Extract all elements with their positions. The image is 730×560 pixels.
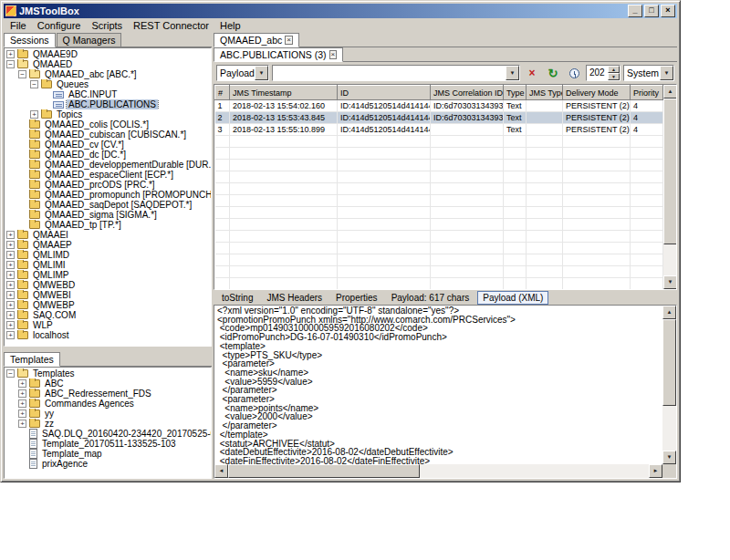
detail-tab-tostring[interactable]: toString	[216, 291, 258, 305]
session-item-qmwebd[interactable]: +QMWEBD	[5, 280, 211, 290]
template-item-yy[interactable]: +yy	[5, 409, 211, 419]
session-item-qmlimi[interactable]: +QMLIMI	[5, 260, 211, 270]
session-item-qmaaed-espaceclient-ecp[interactable]: QMAAED_espaceClient [ECP.*]	[5, 170, 211, 180]
session-item-qmaaed-cv-cv[interactable]: QMAAED_cv [CV.*]	[5, 140, 211, 150]
tab-templates[interactable]: Templates	[4, 352, 60, 367]
chevron-down-icon[interactable]: ▼	[660, 66, 673, 80]
detail-tab-payload-xml[interactable]: Payload (XML)	[477, 291, 548, 305]
spinner-down-button[interactable]: ▼	[608, 73, 620, 80]
auto-refresh-button[interactable]	[565, 64, 583, 82]
template-item-saq-dlq-20160420-234420-20170525-081100-[interactable]: SAQ.DLQ_20160420-234420_20170525-081100-…	[5, 429, 211, 439]
scroll-right-icon[interactable]: ►	[649, 464, 662, 478]
scroll-up-icon[interactable]: ▲	[663, 85, 677, 99]
collapse-icon[interactable]: −	[18, 70, 26, 78]
clear-search-button[interactable]: ×	[523, 64, 541, 82]
expand-icon[interactable]: +	[18, 399, 26, 408]
max-messages-spinner[interactable]: 202 ▲ ▼	[586, 65, 620, 81]
expand-icon[interactable]: +	[6, 50, 15, 58]
column-header-priority[interactable]: Priority	[631, 86, 663, 100]
session-item-qmlimp[interactable]: +QMLIMP	[5, 270, 211, 280]
session-item-qmwebp[interactable]: +QMWEBP	[5, 300, 211, 310]
expand-icon[interactable]: +	[6, 311, 15, 319]
payload-type-select[interactable]: Payload ▼	[216, 65, 269, 81]
expand-icon[interactable]: +	[6, 241, 15, 249]
scroll-left-icon[interactable]: ◄	[214, 464, 228, 478]
search-input[interactable]	[273, 67, 506, 79]
menu-item-file[interactable]: File	[5, 19, 32, 32]
xml-vertical-scrollbar[interactable]: ▲ ▼	[662, 306, 676, 464]
search-combobox[interactable]: ▼	[272, 65, 520, 81]
session-item-qmaaed-promopunch-promopunch[interactable]: QMAAED_promopunch [PROMOPUNCH.*]	[5, 190, 211, 200]
session-item-saq-com[interactable]: +SAQ.COM	[5, 310, 211, 320]
column-header-jms-timestamp[interactable]: JMS Timestamp	[230, 86, 338, 100]
payload-xml-text[interactable]: <?xml version="1.0" encoding="UTF-8" sta…	[214, 306, 662, 464]
maximize-button[interactable]: □	[644, 5, 659, 17]
session-item-qmaae9d[interactable]: +QMAAE9D	[5, 49, 211, 59]
session-item-qmaaed-cubiscan-cubiscan[interactable]: QMAAED_cubiscan [CUBISCAN.*]	[5, 130, 211, 140]
session-item-qmaaed-developpementdurable-dur[interactable]: QMAAED_developpementDurable [DUR.*]	[5, 160, 211, 170]
scrollbar-thumb[interactable]	[663, 99, 677, 244]
expand-icon[interactable]: +	[6, 331, 15, 339]
column-header-delivery-mode[interactable]: Delivery Mode	[563, 86, 631, 100]
titlebar[interactable]: JMSToolBox _ □ ×	[4, 4, 677, 18]
menu-item-scripts[interactable]: Scripts	[86, 19, 128, 32]
tab-abc-publications[interactable]: ABC.PUBLICATIONS (3) ×	[214, 47, 343, 62]
template-item-abc-redressement-fds[interactable]: +ABC_Redressement_FDS	[5, 389, 211, 399]
collapse-icon[interactable]: −	[6, 60, 15, 68]
expand-icon[interactable]: +	[6, 261, 15, 269]
session-item-qmaaed-prcods-prc[interactable]: QMAAED_prcODS [PRC.*]	[5, 180, 211, 190]
chevron-down-icon[interactable]: ▼	[506, 66, 519, 80]
collapse-icon[interactable]: −	[6, 369, 15, 378]
detail-tab-payload-617-chars[interactable]: Payload: 617 chars	[386, 291, 475, 305]
expand-icon[interactable]: +	[6, 231, 15, 239]
template-item-template-map[interactable]: Template_map	[5, 449, 211, 459]
session-item-localhost[interactable]: +localhost	[5, 330, 211, 340]
menu-item-help[interactable]: Help	[214, 19, 246, 32]
session-item-qmaaed-sigma-sigma[interactable]: QMAAED_sigma [SIGMA.*]	[5, 210, 211, 220]
collapse-icon[interactable]: −	[30, 80, 38, 88]
session-item-qmwebi[interactable]: +QMWEBI	[5, 290, 211, 300]
session-item-qmaaep[interactable]: +QMAAEP	[5, 240, 211, 250]
message-row-2[interactable]: 22018-02-13 15:53:43.845ID:414d5120514d4…	[215, 112, 663, 124]
chevron-down-icon[interactable]: ▼	[255, 66, 268, 80]
session-item-qmaaed-abc-abc[interactable]: −QMAAED_abc [ABC.*]	[5, 69, 211, 79]
expand-icon[interactable]: +	[6, 271, 15, 279]
session-item-qmaaed-saqdepot-saqdepot[interactable]: QMAAED_saqDepot [SAQDEPOT.*]	[5, 200, 211, 210]
minimize-button[interactable]: _	[628, 5, 642, 17]
expand-icon[interactable]: +	[18, 389, 26, 398]
detail-tab-properties[interactable]: Properties	[330, 291, 383, 305]
expand-icon[interactable]: +	[6, 281, 15, 289]
tab-sessions[interactable]: Sessions	[4, 33, 56, 47]
tab-q-managers[interactable]: Q Managers	[57, 33, 122, 47]
session-item-abc-input[interactable]: ABC.INPUT	[5, 89, 211, 99]
menu-item-configure[interactable]: Configure	[32, 19, 87, 32]
session-item-qmlimd[interactable]: +QMLIMD	[5, 250, 211, 260]
close-tab-icon[interactable]: ×	[285, 36, 293, 45]
message-row-3[interactable]: 32018-02-13 15:55:10.899ID:414d5120514d4…	[215, 124, 663, 136]
spinner-up-button[interactable]: ▲	[608, 66, 620, 73]
session-item-abc-publications[interactable]: ABC.PUBLICATIONS	[5, 99, 211, 109]
scrollbar-thumb[interactable]	[228, 464, 420, 478]
column-header-type[interactable]: Type	[504, 86, 527, 100]
template-item-commandes-agences[interactable]: +Commandes Agences	[5, 399, 211, 409]
template-item-template-20170511-133525-103[interactable]: Template_20170511-133525-103	[5, 439, 211, 449]
template-item-zz[interactable]: +zz	[5, 419, 211, 429]
session-item-qmaaed-tp-tp[interactable]: QMAAED_tp [TP.*]	[5, 220, 211, 230]
expand-icon[interactable]: +	[6, 301, 15, 309]
expand-icon[interactable]: +	[18, 379, 26, 388]
expand-icon[interactable]: +	[18, 420, 26, 428]
tab-qmaaed-abc[interactable]: QMAAED_abc ×	[214, 33, 299, 47]
session-item-topics[interactable]: +Topics	[5, 109, 211, 119]
detail-tab-jms-headers[interactable]: JMS Headers	[261, 291, 328, 305]
session-item-qmaaed-dc-dc[interactable]: QMAAED_dc [DC.*]	[5, 150, 211, 160]
close-button[interactable]: ×	[661, 5, 675, 17]
xml-horizontal-scrollbar[interactable]: ◄ ►	[214, 464, 662, 478]
session-item-qmaaed[interactable]: −QMAAED	[5, 59, 211, 69]
expand-icon[interactable]: +	[6, 251, 15, 259]
close-tab-icon[interactable]: ×	[329, 50, 338, 59]
scroll-down-icon[interactable]: ▼	[662, 451, 676, 464]
template-item-abc[interactable]: +ABC	[5, 379, 211, 389]
search-target-select[interactable]: System ▼	[623, 65, 674, 81]
table-vertical-scrollbar[interactable]: ▲ ▼	[663, 85, 677, 289]
message-row-1[interactable]: 12018-02-13 15:54:02.160ID:414d5120514d4…	[215, 100, 663, 112]
